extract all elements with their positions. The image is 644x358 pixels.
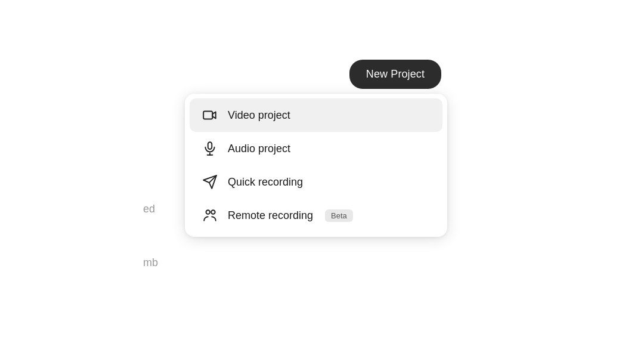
menu-item-audio-project-label: Audio project: [228, 143, 290, 155]
menu-item-video-project-label: Video project: [228, 109, 290, 122]
svg-rect-0: [203, 112, 212, 119]
beta-badge: Beta: [325, 209, 353, 222]
menu-item-quick-recording-label: Quick recording: [228, 176, 303, 189]
menu-item-quick-recording[interactable]: Quick recording: [190, 165, 442, 199]
dropdown-menu: Video project Audio project: [185, 94, 447, 237]
svg-rect-1: [208, 142, 212, 149]
menu-item-remote-recording-label: Remote recording: [228, 209, 313, 222]
remote-users-icon: [202, 207, 218, 224]
background-text-mb: mb: [143, 257, 158, 269]
new-project-button[interactable]: New Project: [349, 60, 441, 89]
send-icon: [202, 174, 218, 190]
svg-point-7: [211, 210, 215, 214]
background-text-ed: ed: [143, 203, 155, 215]
video-camera-icon: [202, 107, 218, 124]
svg-point-6: [206, 210, 210, 214]
menu-item-video-project[interactable]: Video project: [190, 98, 442, 132]
menu-item-remote-recording[interactable]: Remote recording Beta: [190, 199, 442, 232]
menu-item-audio-project[interactable]: Audio project: [190, 132, 442, 165]
microphone-icon: [202, 140, 218, 157]
ui-container: New Project Video project A: [185, 60, 447, 237]
